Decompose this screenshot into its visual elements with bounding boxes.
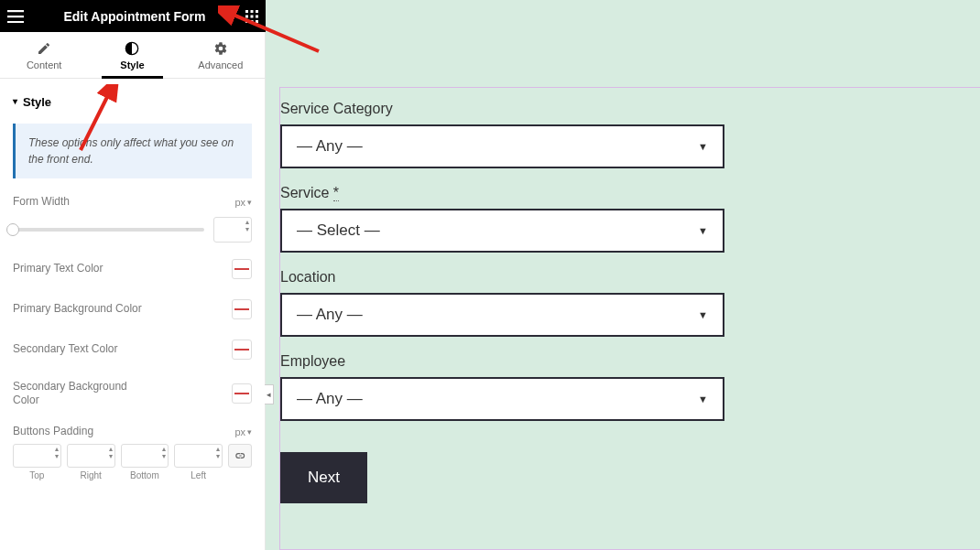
collapse-sidebar-button[interactable]: ◂: [265, 384, 274, 404]
control-form-width: Form Width px ▾: [13, 195, 252, 210]
svg-rect-2: [7, 21, 24, 23]
editor-sidebar: Content Style Advanced ▾ Style These opt…: [0, 32, 266, 550]
section-title: Style: [23, 95, 51, 109]
form-width-slider-row: ▴▾: [13, 217, 252, 243]
padding-side-label: Right: [80, 470, 101, 480]
style-panel: ▾ Style These options only affect what y…: [0, 79, 265, 499]
gear-icon: [213, 41, 228, 56]
field-service: Service * — Select — ▼: [280, 185, 980, 269]
spinner-arrows[interactable]: ▴▾: [245, 219, 249, 233]
page-title: Edit Appointment Form: [24, 9, 245, 24]
color-picker-button[interactable]: [232, 383, 252, 404]
svg-rect-7: [251, 15, 254, 17]
unit-selector[interactable]: px ▾: [234, 197, 252, 208]
caret-down-icon: ▼: [698, 394, 708, 404]
control-secondary-bg-color: Secondary Background Color: [13, 380, 252, 408]
section-toggle-style[interactable]: ▾ Style: [13, 90, 252, 114]
field-service-category: Service Category — Any — ▼: [280, 101, 980, 185]
no-color-icon: [234, 268, 249, 270]
no-color-icon: [234, 393, 249, 394]
color-picker-button[interactable]: [232, 340, 252, 360]
tab-style[interactable]: Style: [88, 32, 176, 78]
tab-advanced[interactable]: Advanced: [177, 32, 265, 78]
form-width-slider[interactable]: [13, 228, 204, 232]
preview-canvas: ◂ Service Category — Any — ▼ Service * —…: [266, 0, 980, 550]
svg-rect-10: [251, 20, 254, 23]
button-label: Next: [308, 469, 340, 487]
padding-inputs: ▴▾ Top ▴▾ Right ▴▾ Bottom ▴▾ Left: [13, 444, 252, 480]
employee-select[interactable]: — Any — ▼: [280, 377, 724, 421]
padding-side-label: Bottom: [130, 470, 159, 480]
color-picker-button[interactable]: [232, 299, 252, 319]
spinner-arrows[interactable]: ▴▾: [216, 446, 220, 460]
no-color-icon: [234, 349, 249, 350]
svg-rect-8: [256, 15, 258, 17]
no-color-icon: [234, 308, 249, 310]
unit-selector[interactable]: px ▾: [234, 426, 252, 437]
control-primary-text-color: Primary Text Color: [13, 259, 252, 279]
appointment-form: Service Category — Any — ▼ Service * — S…: [279, 87, 980, 550]
field-label: Employee: [280, 353, 980, 370]
svg-rect-3: [245, 10, 248, 13]
select-value: — Any —: [297, 390, 363, 408]
svg-rect-11: [256, 20, 258, 23]
control-label: Secondary Text Color: [13, 342, 232, 357]
svg-rect-0: [7, 10, 24, 12]
caret-down-icon: ▼: [698, 225, 708, 236]
slider-handle[interactable]: [6, 223, 19, 236]
control-primary-bg-color: Primary Background Color: [13, 299, 252, 319]
chevron-down-icon: ▾: [247, 427, 252, 437]
field-location: Location — Any — ▼: [280, 269, 980, 353]
info-notice: These options only affect what you see o…: [13, 124, 252, 178]
control-label: Form Width: [13, 195, 234, 210]
svg-rect-4: [251, 10, 254, 13]
tab-label: Advanced: [198, 59, 243, 70]
apps-grid-icon[interactable]: [245, 10, 258, 23]
required-mark: *: [333, 185, 339, 201]
svg-rect-1: [7, 16, 24, 17]
chevron-left-icon: ◂: [267, 390, 271, 399]
color-picker-button[interactable]: [232, 259, 252, 279]
tab-label: Style: [120, 59, 144, 70]
select-value: — Select —: [297, 221, 380, 240]
spinner-arrows[interactable]: ▴▾: [55, 446, 59, 460]
editor-header: Edit Appointment Form: [0, 0, 266, 32]
hamburger-icon[interactable]: [7, 10, 24, 23]
pencil-icon: [37, 41, 51, 56]
chevron-down-icon: ▾: [13, 96, 17, 106]
chevron-down-icon: ▾: [247, 198, 252, 207]
control-label: Secondary Background Color: [13, 380, 150, 408]
tab-bar: Content Style Advanced: [0, 32, 265, 79]
field-label: Location: [280, 269, 980, 286]
caret-down-icon: ▼: [698, 309, 708, 320]
field-employee: Employee — Any — ▼: [280, 353, 980, 437]
svg-rect-9: [245, 20, 248, 23]
location-select[interactable]: — Any — ▼: [280, 293, 724, 337]
link-values-button[interactable]: [228, 444, 252, 468]
field-label: Service *: [280, 185, 980, 201]
padding-side-label: Top: [29, 470, 44, 480]
padding-side-label: Left: [191, 470, 206, 480]
contrast-icon: [125, 41, 139, 56]
spinner-arrows[interactable]: ▴▾: [162, 446, 166, 460]
link-icon: [234, 449, 246, 462]
service-select[interactable]: — Select — ▼: [280, 209, 724, 253]
field-label: Service Category: [280, 101, 980, 117]
caret-down-icon: ▼: [698, 141, 708, 152]
control-label: Buttons Padding: [13, 425, 234, 439]
svg-rect-6: [245, 15, 248, 17]
control-buttons-padding: Buttons Padding px ▾: [13, 425, 252, 439]
spinner-arrows[interactable]: ▴▾: [109, 446, 113, 460]
control-secondary-text-color: Secondary Text Color: [13, 340, 252, 360]
service-category-select[interactable]: — Any — ▼: [280, 124, 724, 168]
tab-content[interactable]: Content: [0, 32, 88, 78]
svg-rect-5: [256, 10, 258, 13]
select-value: — Any —: [297, 306, 363, 324]
next-button[interactable]: Next: [280, 452, 367, 503]
control-label: Primary Background Color: [13, 302, 232, 317]
select-value: — Any —: [297, 137, 363, 156]
control-label: Primary Text Color: [13, 262, 232, 276]
tab-label: Content: [27, 59, 62, 70]
